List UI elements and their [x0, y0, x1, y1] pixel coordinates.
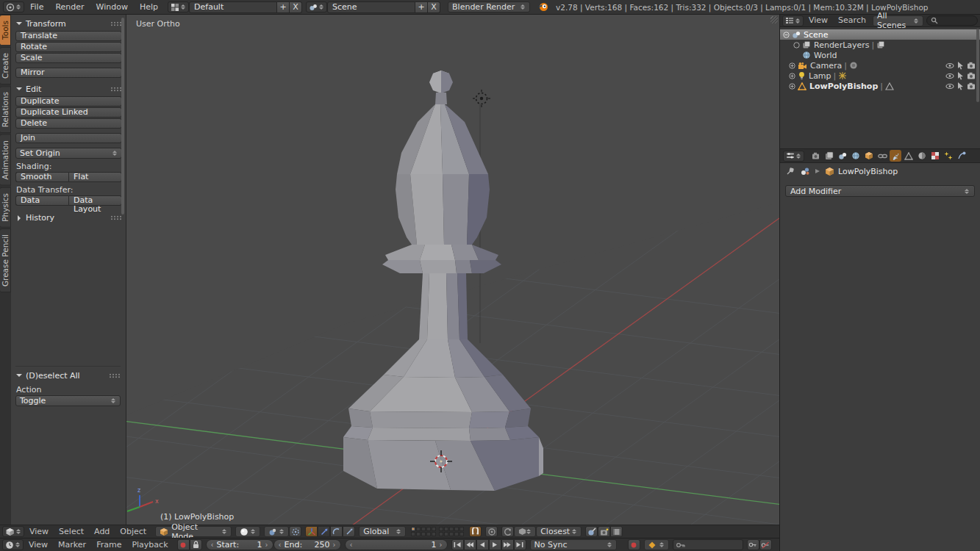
area-corner-grip[interactable]	[770, 16, 778, 24]
renderability-camera-icon[interactable]	[967, 82, 976, 90]
timeline-menu-view[interactable]: View	[24, 539, 53, 551]
menu-help[interactable]: Help	[134, 0, 164, 15]
menu-window[interactable]: Window	[90, 0, 134, 15]
visibility-eye-icon[interactable]	[945, 83, 954, 90]
play-button[interactable]	[489, 539, 501, 550]
insert-keyframe-button[interactable]	[747, 539, 759, 550]
jump-to-start-button[interactable]	[451, 539, 464, 550]
active-keying-set-field[interactable]	[673, 539, 743, 550]
delete-keyframe-button[interactable]	[759, 539, 772, 550]
outliner-menu-view[interactable]: View	[804, 14, 833, 27]
viewport-3d[interactable]: z x User Ortho (1) LowPolyBishop	[126, 15, 779, 525]
view3d-menu-select[interactable]: Select	[54, 525, 89, 539]
transform-panel-header[interactable]: Transform	[15, 18, 122, 30]
end-frame-field[interactable]: ‹ End: 250 ›	[273, 539, 341, 550]
record-button[interactable]	[628, 539, 640, 550]
tool-shelf-scrollbar[interactable]	[121, 18, 124, 215]
tab-object-data[interactable]	[903, 150, 915, 162]
lamp-object[interactable]	[473, 90, 490, 107]
shade-flat-button[interactable]: Flat	[68, 172, 122, 182]
data-layout-button[interactable]: Data Layout	[68, 195, 122, 206]
bishop-mesh[interactable]	[343, 71, 543, 491]
outliner-scrollbar[interactable]	[976, 29, 979, 102]
panel-grip-icon[interactable]	[110, 21, 122, 26]
jump-to-end-button[interactable]	[514, 539, 526, 550]
outliner-display-filter-select[interactable]: All Scenes	[873, 15, 923, 26]
outliner-row-camera[interactable]: Camera |	[780, 60, 980, 71]
mirror-button[interactable]: Mirror	[15, 68, 122, 78]
layout-name-field[interactable]: Default	[189, 1, 277, 13]
selectability-cursor-icon[interactable]	[957, 72, 964, 80]
collapse-icon[interactable]	[783, 32, 790, 38]
pivot-align-toggle[interactable]	[289, 526, 301, 537]
layout-close-button[interactable]: X	[290, 1, 302, 13]
object-context-icon[interactable]	[801, 167, 810, 176]
data-button[interactable]: Data	[15, 195, 68, 206]
transform-orientation-select[interactable]: Global	[359, 526, 406, 537]
outliner-editor-type-button[interactable]	[782, 15, 804, 26]
outliner-row-renderlayers[interactable]: RenderLayers |	[780, 40, 980, 50]
tab-physics[interactable]	[956, 150, 968, 162]
snap-toggle-magnet[interactable]	[469, 526, 482, 537]
decrement-arrow[interactable]: ‹	[350, 541, 353, 549]
play-reverse-button[interactable]	[476, 539, 489, 550]
auto-keyframe-record-button[interactable]	[177, 539, 190, 550]
shelf-tab-grease-pencil[interactable]: Grease Pencil	[0, 228, 11, 292]
snap-element-select[interactable]	[514, 526, 536, 537]
renderability-camera-icon[interactable]	[967, 62, 976, 69]
snap-rotate-button[interactable]	[501, 526, 514, 537]
duplicate-linked-button[interactable]: Duplicate Linked	[15, 107, 122, 118]
tab-object[interactable]	[863, 150, 875, 162]
outliner-row-lowpolybishop[interactable]: LowPolyBishop |	[780, 81, 980, 91]
deselect-panel-header[interactable]: (D)eselect All	[15, 370, 121, 382]
manipulator-translate-button[interactable]	[318, 526, 330, 537]
increment-arrow[interactable]: ›	[440, 541, 443, 549]
layers-widget-group2[interactable]	[439, 527, 464, 536]
expand-icon[interactable]	[789, 83, 795, 90]
visibility-eye-icon[interactable]	[945, 62, 954, 69]
manipulator-rotate-button[interactable]	[330, 526, 343, 537]
scene-icon-button[interactable]	[306, 1, 327, 12]
set-origin-select[interactable]: Set Origin	[15, 148, 122, 159]
tab-world[interactable]	[850, 150, 862, 162]
timeline-menu-marker[interactable]: Marker	[53, 539, 91, 551]
collapse-icon[interactable]	[793, 42, 800, 48]
add-modifier-select[interactable]: Add Modifier	[785, 185, 975, 197]
join-button[interactable]: Join	[15, 133, 122, 143]
visibility-eye-icon[interactable]	[945, 73, 954, 79]
start-frame-field[interactable]: ‹ Start: 1 ›	[206, 539, 273, 550]
rotate-button[interactable]: Rotate	[15, 42, 122, 52]
outliner-menu-search[interactable]: Search	[833, 14, 871, 27]
keyingset-lock-button[interactable]	[190, 539, 202, 550]
pin-icon[interactable]	[786, 167, 795, 176]
shelf-tab-animation[interactable]: Animation	[0, 134, 11, 186]
outliner-search-input[interactable]	[926, 15, 978, 26]
tab-render-layers[interactable]	[823, 150, 835, 162]
duplicate-button[interactable]: Duplicate	[15, 96, 122, 107]
outliner-row-scene[interactable]: Scene	[780, 29, 980, 40]
view3d-menu-add[interactable]: Add	[89, 525, 115, 539]
translate-button[interactable]: Translate	[15, 31, 122, 41]
selectability-cursor-icon[interactable]	[957, 62, 964, 70]
manipulator-toggle[interactable]	[305, 526, 318, 537]
current-frame-field[interactable]: ‹ 1 ›	[345, 539, 448, 550]
delete-button[interactable]: Delete	[15, 118, 122, 129]
render-border-button[interactable]	[585, 526, 598, 537]
shelf-tab-create[interactable]: Create	[0, 47, 11, 84]
tab-material[interactable]	[916, 150, 928, 162]
edit-panel-header[interactable]: Edit	[15, 83, 122, 96]
tab-render[interactable]	[810, 150, 822, 162]
selectability-cursor-icon[interactable]	[957, 82, 964, 90]
info-editor-type-button[interactable]	[3, 1, 24, 12]
timeline-menu-playback[interactable]: Playback	[126, 539, 173, 551]
panel-grip-icon[interactable]	[110, 87, 122, 92]
shelf-tab-tools[interactable]: Tools	[0, 15, 11, 46]
outliner-row-lamp[interactable]: Lamp |	[780, 71, 980, 81]
sync-mode-select[interactable]: No Sync	[530, 539, 617, 550]
scene-name-field[interactable]: Scene	[327, 1, 415, 13]
manipulator-scale-button[interactable]	[343, 526, 355, 537]
layers-widget-group1[interactable]	[411, 527, 436, 536]
history-panel-header[interactable]: History	[15, 212, 122, 224]
properties-editor-type-button[interactable]	[783, 151, 804, 162]
shelf-tab-relations[interactable]: Relations	[0, 86, 11, 133]
